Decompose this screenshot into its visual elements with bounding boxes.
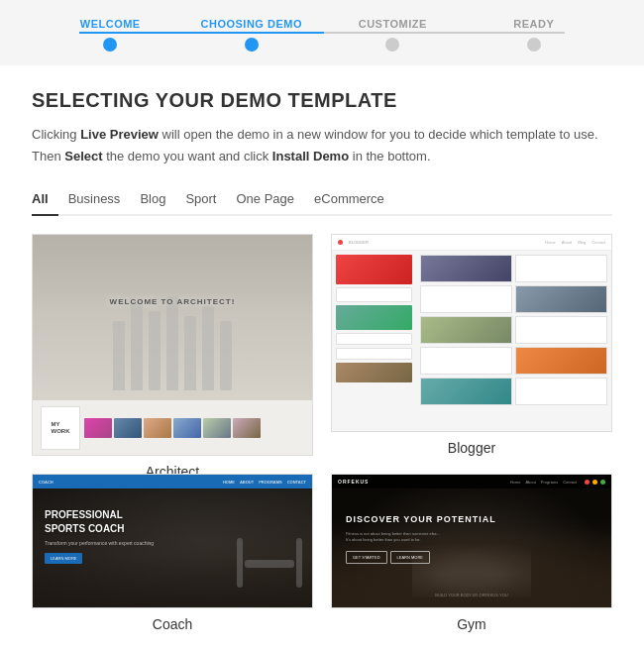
arch-hero: WELCOME TO ARCHITECT! [33, 235, 312, 400]
blog-main-text4 [420, 347, 512, 375]
demo-item-architect[interactable]: WELCOME TO ARCHITECT! MYWORK [32, 234, 313, 456]
gym-hero-title: DISCOVER YOUR POTENTIAL [346, 513, 597, 526]
step-choosing: CHOOSING DEMO [181, 18, 323, 52]
step-label-welcome: WELCOME [80, 18, 141, 30]
arch-bottom: MYWORK [33, 400, 312, 455]
tab-business[interactable]: Business [58, 185, 131, 214]
blog-sidebar-card1 [336, 287, 412, 302]
tab-blog[interactable]: Blog [130, 185, 175, 214]
gym-header-bar: ORFEKUS HomeAboutProgramsContact [332, 475, 611, 488]
step-customize: CUSTOMIZE [322, 18, 464, 52]
coach-logo: COACH [39, 480, 54, 485]
blog-row3 [420, 316, 607, 344]
coach-header-bar: COACH HOME ABOUT PROGRAMS CONTACT [33, 475, 312, 488]
tab-all[interactable]: All [32, 185, 58, 214]
gym-content: DISCOVER YOUR POTENTIAL Fitness is not a… [332, 488, 611, 574]
stepper-steps: WELCOME CHOOSING DEMO CUSTOMIZE READY [40, 18, 604, 52]
blog-sidebar-hero [336, 255, 412, 284]
blog-main-text1 [515, 255, 607, 282]
demo-item-gym[interactable]: ORFEKUS HomeAboutProgramsContact DISCOVE… [331, 474, 612, 608]
step-dot-welcome [103, 38, 117, 52]
blogger-inner: BLOGGER HomeAboutBlogContact [332, 235, 611, 431]
coach-nav4: CONTACT [287, 480, 306, 485]
filter-tabs: All Business Blog Sport One Page eCommer… [32, 185, 612, 216]
step-welcome: WELCOME [40, 18, 181, 52]
demo-preview-blogger: BLOGGER HomeAboutBlogContact [331, 234, 612, 432]
gym-dot-green [600, 480, 605, 485]
blog-logo-dot [338, 240, 343, 245]
blog-sidebar-card3 [336, 348, 412, 360]
gym-hero-sub: Fitness is not about being better than s… [346, 531, 597, 543]
gym-nav-dots [585, 480, 605, 485]
desc-bold-select: Select [64, 149, 102, 163]
step-ready: READY [464, 18, 605, 52]
demo-preview-gym: ORFEKUS HomeAboutProgramsContact DISCOVE… [331, 474, 612, 608]
coach-cta-btn: LEARN MORE [45, 553, 82, 564]
blog-sidebar-card2 [336, 333, 412, 345]
demo-name-blogger: Blogger [331, 440, 612, 456]
coach-nav1: HOME [223, 480, 235, 485]
blog-sidebar-img2 [336, 363, 412, 382]
step-dot-ready [527, 38, 541, 52]
gym-footer-text: BUILD YOUR BODY BY ORFEKUS.YOU [346, 593, 597, 597]
arch-mywork-card: MYWORK [41, 406, 80, 450]
blog-row2 [420, 285, 607, 313]
gym-dot-orange [592, 480, 597, 485]
blog-row5 [420, 378, 607, 405]
blog-main-img2 [515, 285, 607, 313]
blog-main-img5 [420, 378, 512, 405]
blog-sidebar-img [336, 305, 412, 330]
blog-row1 [420, 255, 607, 282]
blog-body [332, 251, 611, 431]
blog-main-text2 [420, 285, 512, 313]
arch-thumbnails [84, 418, 304, 438]
demo-grid: WELCOME TO ARCHITECT! MYWORK [32, 234, 612, 608]
blog-main-text5 [515, 378, 607, 405]
stepper: WELCOME CHOOSING DEMO CUSTOMIZE READY [0, 0, 644, 65]
blog-main-area [416, 251, 611, 431]
gym-logo: ORFEKUS [338, 479, 369, 485]
blog-row4 [420, 347, 607, 375]
gym-dot-red [585, 480, 590, 485]
blog-sidebar [332, 251, 416, 431]
step-label-ready: READY [513, 18, 554, 30]
blog-header: BLOGGER HomeAboutBlogContact [332, 235, 611, 251]
coach-nav3: PROGRAMS [259, 480, 282, 485]
gym-btn-more: LEARN MORE [390, 551, 430, 564]
gym-cta-buttons: GET STARTED LEARN MORE [346, 551, 597, 564]
tab-sport[interactable]: Sport [175, 185, 226, 214]
desc-bold-livepreview: Live Preview [80, 127, 159, 142]
demo-preview-coach: COACH HOME ABOUT PROGRAMS CONTACT PROFES… [32, 474, 313, 608]
blog-main-text3 [515, 316, 607, 344]
blog-main-img3 [420, 316, 512, 344]
coach-hero-title: PROFESSIONALSPORTS COACH [45, 508, 300, 536]
coach-nav2: ABOUT [240, 480, 254, 485]
blog-main-img1 [420, 255, 512, 282]
tab-ecommerce[interactable]: eCommerce [304, 185, 394, 214]
description: Clicking Live Preview will open the demo… [32, 124, 612, 167]
step-label-choosing: CHOOSING DEMO [201, 18, 302, 30]
blog-main-img4 [515, 347, 607, 375]
demo-name-gym: Gym [331, 616, 612, 632]
demo-item-coach[interactable]: COACH HOME ABOUT PROGRAMS CONTACT PROFES… [32, 474, 313, 608]
demo-preview-architect: WELCOME TO ARCHITECT! MYWORK [32, 234, 313, 456]
demo-name-coach: Coach [32, 616, 313, 632]
main-content: SELECTING YOUR DEMO TEMPLATE Clicking Li… [0, 65, 644, 628]
gym-btn-start: GET STARTED [346, 551, 387, 564]
page-title: SELECTING YOUR DEMO TEMPLATE [32, 89, 612, 112]
demo-item-blogger[interactable]: BLOGGER HomeAboutBlogContact [331, 234, 612, 456]
step-dot-choosing [245, 38, 259, 52]
tab-onepage[interactable]: One Page [226, 185, 304, 214]
arch-hero-text: WELCOME TO ARCHITECT! [110, 296, 236, 305]
step-dot-customize [385, 38, 399, 52]
desc-bold-install: Install Demo [272, 149, 349, 163]
step-label-customize: CUSTOMIZE [359, 18, 427, 30]
